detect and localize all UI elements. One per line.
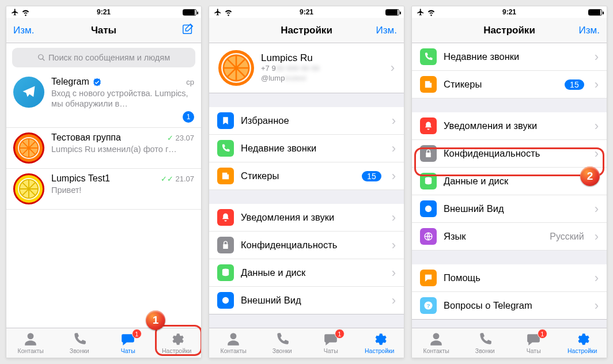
language-value: Русский	[550, 232, 584, 242]
edit-button[interactable]: Изм.	[569, 25, 600, 36]
chat-date: ✓✓21.07	[161, 175, 194, 183]
settings-title: Настройки	[247, 25, 366, 36]
tab-contacts[interactable]: Контакты	[209, 328, 258, 358]
tab-chats-badge: 1	[335, 329, 345, 339]
status-bar: 9:21	[412, 6, 607, 18]
tab-settings[interactable]: Настройки	[558, 328, 607, 358]
cell-faq[interactable]: ? Вопросы о Telegram ›	[412, 292, 607, 320]
tab-chats-badge: 1	[538, 329, 547, 339]
chevron-right-icon: ›	[392, 266, 396, 280]
cell-notifications[interactable]: Уведомления и звуки ›	[209, 204, 404, 232]
airplane-icon	[214, 8, 222, 16]
sticker-icon	[221, 171, 230, 181]
profile-row[interactable]: Lumpics Ru +7 999 999 99 99 @lumpicstest…	[209, 43, 404, 93]
avatar-lemon	[13, 173, 44, 204]
tab-label: Настройки	[567, 347, 597, 354]
cell-notifications[interactable]: Уведомления и звуки ›	[412, 112, 607, 140]
database-icon	[423, 176, 433, 186]
settings-navbar: Настройки Изм.	[412, 18, 607, 43]
tab-settings[interactable]: Настройки	[355, 328, 404, 358]
search-input[interactable]: Поиск по сообщениям и людям	[12, 48, 195, 67]
tab-label: Звонки	[273, 347, 292, 354]
chat-name: Telegram	[51, 77, 101, 87]
tab-contacts[interactable]: Контакты	[412, 328, 461, 358]
cell-label: Внешний Вид	[444, 203, 584, 214]
tab-label: Настройки	[365, 347, 395, 354]
chat-preview: Привет!	[51, 185, 194, 195]
tab-label: Чаты	[324, 347, 338, 354]
tab-label: Чаты	[527, 347, 541, 354]
cell-label: Уведомления и звуки	[444, 120, 584, 131]
cell-data[interactable]: Данные и диск ›	[209, 259, 404, 287]
cell-privacy[interactable]: Конфиденциальность ›	[209, 232, 404, 259]
edit-button[interactable]: Изм.	[13, 25, 44, 36]
tab-label: Контакты	[18, 347, 44, 354]
wifi-icon	[21, 8, 30, 17]
cell-stickers[interactable]: Стикеры 15 ›	[209, 162, 404, 190]
chat-date: ср	[186, 78, 194, 86]
airplane-icon	[11, 8, 19, 16]
tabbar: Контакты Звонки 1Чаты Настройки	[209, 328, 404, 358]
chevron-right-icon: ›	[595, 298, 599, 313]
circle-icon	[423, 204, 433, 214]
status-time: 9:21	[51, 8, 156, 16]
tab-chats[interactable]: 1Чаты	[509, 328, 558, 358]
cell-appearance[interactable]: Внешний Вид ›	[412, 195, 607, 223]
chat-row-telegram[interactable]: Telegram ср Вход с нового устройства. Lu…	[6, 72, 201, 128]
svg-point-5	[222, 297, 229, 304]
cell-recent-calls[interactable]: Недавние звонки ›	[209, 135, 404, 162]
cell-label: Стикеры	[241, 170, 355, 181]
chevron-right-icon: ›	[595, 202, 599, 217]
chat-list: Telegram ср Вход с нового устройства. Lu…	[6, 72, 201, 210]
compose-button[interactable]	[163, 22, 194, 38]
cell-help[interactable]: Помощь ›	[412, 264, 607, 292]
tab-calls[interactable]: Звонки	[258, 328, 307, 358]
cell-label: Данные и диск	[444, 176, 584, 187]
cell-label: Данные и диск	[241, 267, 381, 278]
phone-icon	[221, 143, 230, 153]
chat-row-testgroup[interactable]: Тестовая группа ✓23.07 Lumpics Ru измени…	[6, 128, 201, 169]
sticker-icon	[423, 79, 433, 89]
status-bar: 9:21	[209, 6, 404, 18]
airplane-icon	[417, 8, 425, 16]
cell-label: Недавние звонки	[444, 51, 584, 62]
tab-label: Контакты	[423, 347, 449, 354]
cell-stickers[interactable]: Стикеры 15 ›	[412, 71, 607, 98]
cell-privacy-highlighted[interactable]: Конфиденциальность ›	[412, 140, 607, 168]
chat-name: Lumpics Test1	[51, 173, 110, 184]
cell-language[interactable]: Язык Русский ›	[412, 223, 607, 251]
tab-contacts[interactable]: Контакты	[6, 328, 55, 358]
tabbar: Контакты Звонки 1 Чаты Настройки	[6, 328, 201, 358]
sticker-badge: 15	[362, 171, 381, 181]
cell-label: Внешний Вид	[241, 295, 381, 306]
phone-icon	[423, 52, 433, 62]
tab-settings[interactable]: Настройки	[153, 328, 202, 358]
tab-chats[interactable]: 1Чаты	[306, 328, 355, 358]
globe-icon	[423, 232, 433, 241]
cell-label: Уведомления и звуки	[241, 212, 381, 223]
tab-calls[interactable]: Звонки	[461, 328, 510, 358]
cell-recent-calls[interactable]: Недавние звонки ›	[412, 43, 607, 71]
avatar-profile	[218, 50, 254, 86]
bell-icon	[221, 213, 230, 222]
chevron-right-icon: ›	[392, 210, 396, 225]
cell-appearance[interactable]: Внешний Вид ›	[209, 287, 404, 314]
chevron-right-icon: ›	[595, 174, 599, 189]
tab-chats-badge: 1	[132, 329, 142, 339]
tab-calls[interactable]: Звонки	[55, 328, 104, 358]
chevron-right-icon: ›	[595, 229, 599, 244]
unread-badge: 1	[183, 111, 194, 123]
verified-icon	[93, 78, 101, 86]
cell-label: Стикеры	[444, 79, 558, 90]
chat-row-lumpics-test1[interactable]: Lumpics Test1 ✓✓21.07 Привет!	[6, 169, 201, 210]
chevron-right-icon: ›	[595, 50, 599, 65]
settings-title: Настройки	[450, 25, 569, 36]
bookmark-icon	[221, 116, 230, 126]
chevron-right-icon: ›	[392, 169, 396, 184]
status-bar: 9:21	[6, 6, 201, 18]
cell-data[interactable]: Данные и диск ›	[412, 168, 607, 195]
edit-button[interactable]: Изм.	[366, 25, 397, 36]
tab-chats[interactable]: 1 Чаты	[104, 328, 153, 358]
cell-label: Избранное	[241, 115, 381, 126]
cell-favorites[interactable]: Избранное ›	[209, 107, 404, 135]
